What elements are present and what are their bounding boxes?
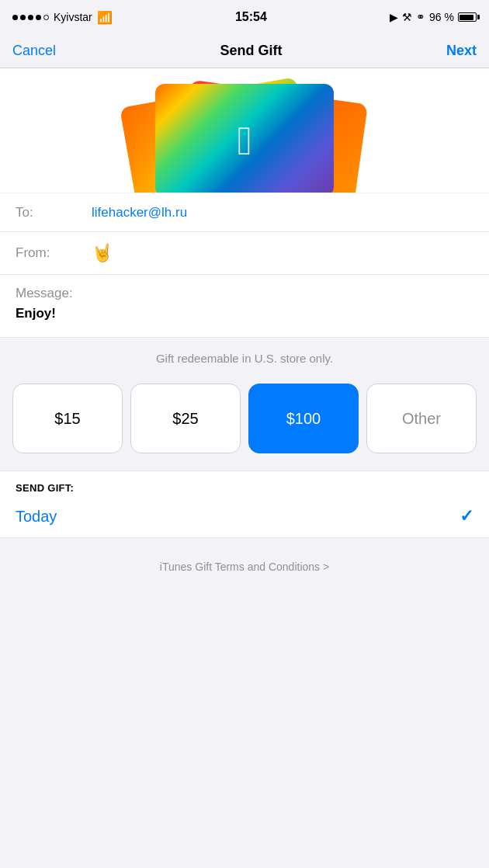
apple-logo-icon:  <box>238 120 252 161</box>
status-bar: Kyivstar 📶 15:54 ▶ ⚒ ⚭ 96 % <box>0 0 489 34</box>
gift-card-area:  <box>0 68 489 193</box>
wifi-icon: 📶 <box>97 10 113 25</box>
from-row: From: 🤘 <box>0 232 489 275</box>
from-value: 🤘 <box>92 243 113 263</box>
to-value: lifehacker@lh.ru <box>92 205 187 220</box>
status-left: Kyivstar 📶 <box>12 10 113 25</box>
form-section: To: lifehacker@lh.ru From: 🤘 Message: En… <box>0 193 489 338</box>
nav-bar: Cancel Send Gift Next <box>0 34 489 68</box>
message-section: Message: Enjoy! <box>0 275 489 338</box>
to-label: To: <box>16 205 85 220</box>
terms-section: iTunes Gift Terms and Conditions > <box>0 538 489 595</box>
alarm-icon: ⚒ <box>402 11 412 23</box>
amount-section: $15 $25 $100 Other <box>0 373 489 469</box>
cancel-button[interactable]: Cancel <box>12 43 56 59</box>
to-row: To: lifehacker@lh.ru <box>0 193 489 232</box>
send-today-row[interactable]: Today ✓ <box>0 497 489 538</box>
clock: 15:54 <box>235 10 267 24</box>
send-gift-section: SEND GIFT: Today ✓ <box>0 470 489 538</box>
from-label: From: <box>16 245 85 261</box>
gift-card-main:  <box>155 84 334 193</box>
page-title: Send Gift <box>220 43 283 59</box>
send-today-label: Today <box>16 508 57 526</box>
battery-icon <box>458 12 477 22</box>
checkmark-icon: ✓ <box>460 506 473 526</box>
store-notice: Gift redeemable in U.S. store only. <box>0 338 489 373</box>
signal-icon <box>12 15 49 20</box>
amount-15-button[interactable]: $15 <box>12 384 123 453</box>
battery-percent: 96 % <box>429 11 454 23</box>
amount-100-button[interactable]: $100 <box>248 384 359 453</box>
bluetooth-icon: ⚭ <box>416 11 425 23</box>
amount-other-button[interactable]: Other <box>366 384 477 453</box>
carrier-label: Kyivstar <box>54 11 92 23</box>
send-gift-header: SEND GIFT: <box>0 471 489 497</box>
amount-25-button[interactable]: $25 <box>130 384 241 453</box>
message-label: Message: <box>16 286 473 301</box>
location-icon: ▶ <box>390 11 398 23</box>
message-value: Enjoy! <box>16 306 473 321</box>
status-right: ▶ ⚒ ⚭ 96 % <box>390 11 477 23</box>
terms-link[interactable]: iTunes Gift Terms and Conditions > <box>160 561 329 573</box>
next-button[interactable]: Next <box>446 43 477 59</box>
gift-cards-container:  <box>128 84 361 193</box>
